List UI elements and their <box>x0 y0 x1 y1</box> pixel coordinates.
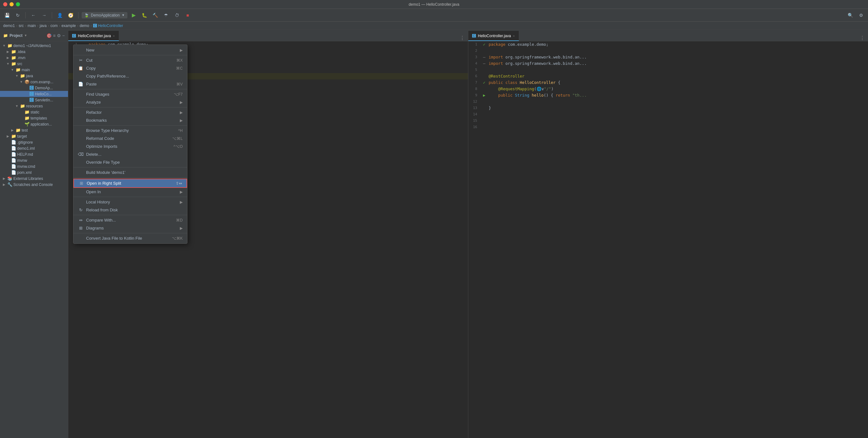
menu-sep-3 <box>73 107 187 108</box>
menu-item-cut[interactable]: ✂ Cut ⌘X <box>73 56 187 64</box>
menu-sep-4 <box>73 125 187 125</box>
menu-label-cut: Cut <box>86 58 174 63</box>
cut-icon: ✂ <box>78 58 84 63</box>
menu-item-openin[interactable]: Open In ▶ <box>73 188 187 196</box>
menu-label-openright: Open in Right Split <box>87 181 173 186</box>
menu-item-analyze[interactable]: Analyze ▶ <box>73 98 187 106</box>
delete-icon: ⌫ <box>78 152 84 157</box>
menu-label-diagrams: Diagrams <box>86 226 177 230</box>
menu-label-browsehier: Browse Type Hierarchy <box>86 128 176 133</box>
menu-item-bookmarks[interactable]: Bookmarks ▶ <box>73 116 187 124</box>
shortcut-findusages: ⌥F7 <box>174 92 183 97</box>
arrow-icon-new: ▶ <box>180 48 183 53</box>
menu-item-paste[interactable]: 📄 Paste ⌘V <box>73 80 187 88</box>
menu-label-delete: Delete... <box>86 152 183 157</box>
menu-sep-5 <box>73 167 187 168</box>
menu-label-copy: Copy <box>86 66 174 70</box>
diagrams-icon: ⊞ <box>78 226 84 230</box>
arrow-icon-analyze: ▶ <box>180 100 183 105</box>
shortcut-browsehier: ^H <box>178 128 183 133</box>
menu-label-optimizeimp: Optimize Imports <box>86 144 171 149</box>
menu-label-localhistory: Local History <box>86 200 177 204</box>
compare-icon: ⇔ <box>78 218 84 223</box>
menu-item-overridetype[interactable]: Override File Type <box>73 158 187 166</box>
reload-icon: ↻ <box>78 208 84 212</box>
menu-label-refactor: Refactor <box>86 110 177 115</box>
menu-item-diagrams[interactable]: ⊞ Diagrams ▶ <box>73 224 187 232</box>
shortcut-paste: ⌘V <box>176 82 183 86</box>
menu-label-overridetype: Override File Type <box>86 160 183 165</box>
shortcut-copy: ⌘C <box>176 66 183 70</box>
menu-label-reloaddisk: Reload from Disk <box>86 208 183 212</box>
menu-item-reloaddisk[interactable]: ↻ Reload from Disk <box>73 206 187 214</box>
shortcut-openright: ⇧⇔ <box>176 181 182 186</box>
menu-sep-2 <box>73 89 187 89</box>
arrow-icon-bookmarks: ▶ <box>180 118 183 123</box>
copy-icon: 📋 <box>78 66 84 70</box>
menu-sep-9 <box>73 233 187 233</box>
menu-label-bookmarks: Bookmarks <box>86 118 177 123</box>
menu-item-delete[interactable]: ⌫ Delete... <box>73 150 187 158</box>
shortcut-optimize: ^⌥O <box>174 144 183 149</box>
menu-item-new[interactable]: New ▶ <box>73 46 187 54</box>
menu-item-openright[interactable]: ⊞ Open in Right Split ⇧⇔ <box>73 179 187 188</box>
menu-item-refactor[interactable]: Refactor ▶ <box>73 108 187 116</box>
paste-icon: 📄 <box>78 82 84 86</box>
shortcut-compare: ⌘D <box>176 218 183 223</box>
menu-sep-6 <box>73 177 187 178</box>
menu-label-new: New <box>86 48 177 53</box>
context-menu: New ▶ ✂ Cut ⌘X 📋 Copy ⌘C Copy Path/Refer… <box>73 45 187 244</box>
menu-label-copypath: Copy Path/Reference... <box>86 74 183 79</box>
menu-label-buildmodule: Build Module 'demo1' <box>86 170 183 175</box>
arrow-icon-openin: ▶ <box>180 190 183 194</box>
menu-label-convertjava: Convert Java File to Kotlin File <box>86 236 169 241</box>
openright-icon: ⊞ <box>79 181 84 186</box>
menu-label-findusages: Find Usages <box>86 92 171 97</box>
context-menu-overlay[interactable]: New ▶ ✂ Cut ⌘X 📋 Copy ⌘C Copy Path/Refer… <box>0 0 868 438</box>
menu-label-paste: Paste <box>86 82 174 86</box>
menu-item-localhistory[interactable]: Local History ▶ <box>73 198 187 206</box>
menu-label-comparewith: Compare With... <box>86 218 174 223</box>
menu-item-convertjava[interactable]: Convert Java File to Kotlin File ⌥⌘K <box>73 234 187 242</box>
arrow-icon-refactor: ▶ <box>180 110 183 115</box>
menu-label-analyze: Analyze <box>86 100 177 105</box>
menu-item-reformat[interactable]: Reformat Code ⌥⌘L <box>73 135 187 142</box>
menu-label-openin: Open In <box>86 189 177 194</box>
menu-item-copy[interactable]: 📋 Copy ⌘C <box>73 64 187 72</box>
menu-sep-8 <box>73 215 187 215</box>
menu-label-reformat: Reformat Code <box>86 136 170 141</box>
shortcut-cut: ⌘X <box>176 58 183 63</box>
menu-item-optimizeimp[interactable]: Optimize Imports ^⌥O <box>73 142 187 150</box>
menu-item-copypath[interactable]: Copy Path/Reference... <box>73 72 187 80</box>
menu-item-findusages[interactable]: Find Usages ⌥F7 <box>73 90 187 98</box>
arrow-icon-history: ▶ <box>180 200 183 204</box>
shortcut-reformat: ⌥⌘L <box>172 136 183 141</box>
menu-item-buildmodule[interactable]: Build Module 'demo1' <box>73 169 187 176</box>
shortcut-convert: ⌥⌘K <box>172 236 183 241</box>
arrow-icon-diagrams: ▶ <box>180 226 183 230</box>
menu-item-browsehier[interactable]: Browse Type Hierarchy ^H <box>73 126 187 135</box>
menu-sep-1 <box>73 55 187 55</box>
menu-item-comparewith[interactable]: ⇔ Compare With... ⌘D <box>73 216 187 224</box>
